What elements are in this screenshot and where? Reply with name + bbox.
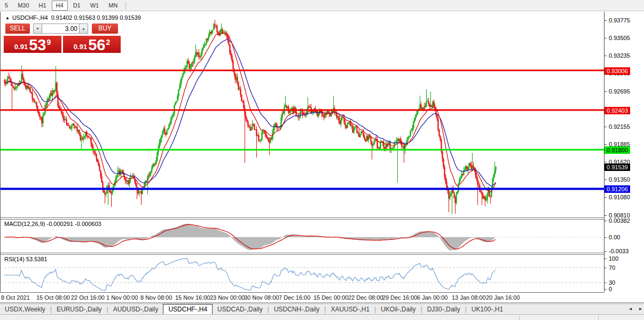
time-axis-label: 8 Oct 2021 [1,294,30,301]
chart-tab-audusd-daily[interactable]: AUDUSD-,Daily [108,305,163,314]
volume-decrease-button[interactable]: ▼ [33,24,42,34]
axis-tick-mark [604,91,607,92]
timeframe-button-w1[interactable]: W1 [86,1,104,11]
triangle-up-icon: ▲ [82,27,85,30]
tab-scroll-left-icon[interactable]: ◂ [629,306,632,311]
axis-tick-mark [604,179,607,180]
timeframe-button-d1[interactable]: D1 [69,1,85,11]
chart-ohlc-values: 0.91402 0.91563 0.91399 0.91539 [51,14,141,21]
axis-tick-label: 0.00 [609,234,620,241]
time-axis-label: 15 Dec 00:00 [313,294,348,301]
price-level-tag: 0.93006 [604,67,630,75]
rsi-indicator-chart[interactable] [0,255,604,293]
time-axis-label: 13 Jan 08:00 [452,294,486,301]
time-axis-label: 8 Nov 08:00 [140,294,172,301]
macd-label: MACD(12,26,9) -0.000291 -0.000603 [4,221,101,227]
chart-left-border [0,12,1,292]
buy-button[interactable]: BUY [92,24,118,34]
chart-tab-xauusd-h1[interactable]: XAUUSD-,H1 [326,305,374,314]
buy-price-tile[interactable]: 0.91562 [63,36,121,53]
chart-window: 0.937750.935050.932350.929650.926950.924… [0,11,644,303]
price-level-tag: 0.92403 [604,107,630,114]
time-axis-label: 30 Nov 08:00 [244,294,279,301]
time-axis-label: 7 Dec 16:00 [279,294,310,301]
chart-tab-dj30-daily[interactable]: DJ30-,Daily [422,305,465,314]
current-price-tag: 0.91539 [604,163,630,171]
axis-tick-label: 0 [609,286,612,293]
axis-tick-label: -0.0033 [609,248,629,255]
axis-tick-mark [604,38,607,38]
axis-tick-mark [604,259,607,259]
axis-tick-mark [604,289,607,290]
axis-tick-label: 0.91080 [609,194,630,201]
axis-tick-label: 0.92155 [609,123,630,130]
price-axis[interactable]: 0.937750.935050.932350.929650.926950.924… [604,12,644,292]
time-axis-label: 6 Jan 00:00 [417,294,448,301]
sell-price-tile[interactable]: 0.91539 [4,36,61,53]
axis-tick-label: 100 [609,255,618,262]
axis-tick-label: 0.91350 [609,176,630,183]
axis-tick-label: 70 [609,264,615,271]
timeframe-button-mn[interactable]: MN [104,1,122,11]
chart-bottom-border [0,302,644,303]
chart-tab-usdx-weekly[interactable]: USDX,Weekly [0,305,50,314]
time-axis-label: 20 Jan 16:00 [486,294,520,301]
axis-tick-mark [604,127,607,127]
axis-tick-mark [604,221,607,221]
axis-tick-mark [604,215,607,216]
axis-tick-mark [604,237,607,238]
time-axis-label: 15 Nov 16:00 [175,294,210,301]
buy-price-prefix: 0.91 [74,43,87,51]
chart-tab-uk100-h1[interactable]: UK100-,H1 [467,305,508,314]
rsi-label: RSI(14) 53.5381 [4,256,48,262]
sell-price-pipette: 9 [46,38,51,46]
axis-tick-mark [604,197,607,198]
time-axis-label: 1 Nov 00:00 [106,294,138,301]
timeframe-button-m30[interactable]: M30 [13,1,33,11]
collapse-panel-icon[interactable]: ▲ [5,15,10,20]
price-level-tag: 0.91800 [604,146,630,154]
axis-tick-mark [604,162,607,162]
chart-tab-eurusd-daily[interactable]: EURUSD-,Daily [52,305,107,314]
price-level-tag: 0.91206 [604,185,630,193]
status-bar [0,314,644,320]
volume-increase-button[interactable]: ▲ [79,24,88,34]
axis-tick-mark [604,20,607,21]
axis-tick-mark [604,56,607,56]
sell-button[interactable]: SELL [5,24,30,34]
chart-tab-usdcad-daily[interactable]: USDCAD-,Daily [213,305,268,314]
axis-tick-mark [604,283,607,283]
statusbar-divider [519,315,520,320]
time-axis-label: 29 Dec 16:00 [382,294,417,301]
sell-price-big: 53 [29,37,46,53]
toolbar-separator [125,2,126,10]
timeframe-button-5[interactable]: 5 [1,1,12,11]
tab-scroll-arrows: ◂▸ [622,306,642,311]
chart-title: ▲USDCHF-,H4 0.91402 0.91563 0.91399 0.91… [5,14,141,21]
chart-symbol-label: USDCHF-,H4 [12,14,48,21]
axis-tick-label: 0.93235 [609,52,630,59]
axis-tick-mark [604,251,607,252]
axis-tick-label: 0.93505 [609,35,630,42]
mt4-terminal: 5M30H1H4D1W1MN 0.937750.935050.932350.92… [0,0,644,320]
sell-price-prefix: 0.91 [14,43,28,51]
volume-input[interactable] [42,24,80,34]
buy-price-big: 56 [88,37,105,53]
statusbar-divider [598,315,599,320]
time-axis[interactable]: 8 Oct 202115 Oct 08:0022 Oct 16:001 Nov … [0,293,644,302]
timeframe-button-h4[interactable]: H4 [52,1,68,11]
chart-tab-usdcnh-daily[interactable]: USDCNH-,Daily [269,305,324,314]
symbol-tab-bar: USDX,Weekly|EURUSD-,Daily|AUDUSD-,DailyU… [0,303,644,315]
axis-tick-label: 0.93775 [609,17,630,24]
chart-tab-ukoil-daily[interactable]: UKOil-,Daily [376,305,420,314]
time-axis-label: 22 Oct 16:00 [71,294,105,301]
axis-tick-mark [604,144,607,145]
tab-scroll-right-icon[interactable]: ▸ [639,306,642,311]
axis-tick-label: 0.00382 [609,217,630,224]
chart-tab-usdchf-h4[interactable]: USDCHF-,H4 [163,304,213,315]
triangle-down-icon: ▼ [36,27,40,30]
buy-price-pipette: 2 [106,38,110,46]
axis-tick-mark [604,268,607,268]
timeframe-button-h1[interactable]: H1 [35,1,51,11]
time-axis-label: 23 Nov 00:00 [210,294,245,301]
